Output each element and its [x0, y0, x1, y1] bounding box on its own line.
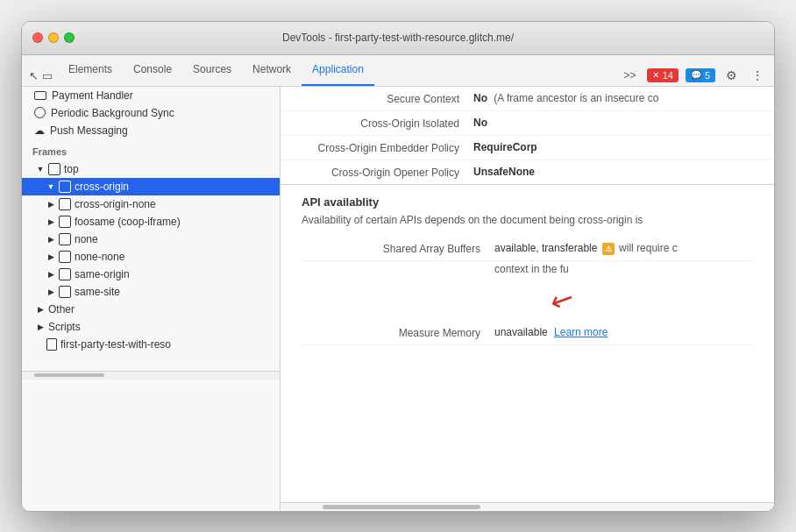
- settings-icon[interactable]: ⚙: [722, 68, 741, 82]
- cross-origin-frame-icon: [59, 181, 71, 193]
- sidebar-item-push-messaging[interactable]: ☁ Push Messaging: [22, 122, 280, 139]
- warn-count-badge[interactable]: 💬 5: [686, 68, 715, 82]
- foosame-arrow: [46, 217, 55, 226]
- measure-memory-value: unavailable Learn more: [494, 326, 753, 338]
- shared-array-row: Shared Array Buffers available, transfer…: [302, 237, 753, 261]
- window-title: DevTools - first-party-test-with-resourc…: [282, 32, 514, 44]
- cross-origin-none-icon: [59, 198, 71, 210]
- tab-sources[interactable]: Sources: [182, 55, 242, 86]
- red-arrow-annotation: ↙: [546, 281, 579, 316]
- secure-context-value: No (A frame ancestor is an insecure co: [473, 92, 774, 104]
- maximize-button[interactable]: [64, 32, 75, 43]
- more-options-icon[interactable]: ⋮: [748, 68, 767, 82]
- content-horizontal-scrollbar[interactable]: [281, 502, 774, 511]
- sidebar-item-none-none[interactable]: none-none: [22, 248, 280, 266]
- none-none-arrow: [46, 252, 55, 261]
- cross-origin-opener-value: UnsafeNone: [473, 166, 774, 178]
- content-scrollbar-area: [281, 502, 774, 511]
- tab-console[interactable]: Console: [123, 55, 182, 86]
- arrow-annotation-area: ↙: [302, 282, 753, 321]
- warning-icon: ⚠: [602, 243, 615, 255]
- same-origin-icon: [59, 268, 71, 280]
- sidebar-item-foosame[interactable]: foosame (coop-iframe): [22, 213, 280, 231]
- titlebar: DevTools - first-party-test-with-resourc…: [22, 22, 774, 55]
- frames-section-header: Frames: [22, 139, 280, 160]
- error-count-badge[interactable]: ✕ 14: [647, 68, 679, 82]
- measure-memory-label: Measure Memory: [302, 326, 494, 339]
- sidebar: Payment Handler Periodic Background Sync…: [22, 87, 281, 511]
- foosame-icon: [59, 216, 71, 228]
- none-arrow: [46, 235, 55, 244]
- traffic-lights: [32, 32, 75, 43]
- same-site-arrow: [46, 287, 55, 296]
- cross-origin-isolated-value: No: [473, 117, 774, 129]
- cursor-icon[interactable]: ↖: [29, 69, 39, 82]
- measure-memory-row: Measure Memory unavailable Learn more: [302, 321, 753, 345]
- tab-network[interactable]: Network: [242, 55, 302, 86]
- top-frame-icon: [48, 163, 60, 175]
- cross-origin-isolated-row: Cross-Origin Isolated No: [281, 111, 774, 136]
- secure-context-row: Secure Context No (A frame ancestor is a…: [281, 87, 774, 111]
- sidebar-item-periodic-bg-sync[interactable]: Periodic Background Sync: [22, 104, 280, 122]
- error-icon: ✕: [652, 70, 659, 80]
- cross-origin-none-arrow: [46, 200, 55, 209]
- sidebar-item-payment-handler[interactable]: Payment Handler: [22, 87, 280, 104]
- cross-origin-isolated-label: Cross-Origin Isolated: [281, 117, 473, 130]
- sidebar-item-cross-origin-none[interactable]: cross-origin-none: [22, 195, 280, 213]
- cross-origin-embedder-label: Cross-Origin Embedder Policy: [281, 141, 473, 154]
- same-site-icon: [59, 286, 71, 298]
- same-origin-arrow: [46, 270, 55, 279]
- shared-array-label: Shared Array Buffers: [302, 242, 494, 255]
- top-expand-arrow: [36, 165, 45, 174]
- sidebar-item-other[interactable]: Other: [22, 301, 280, 318]
- api-section: API availablity Availability of certain …: [281, 185, 774, 356]
- sidebar-item-same-site[interactable]: same-site: [22, 283, 280, 301]
- scripts-arrow: [36, 323, 45, 331]
- api-section-desc: Availability of certain APIs depends on …: [302, 214, 753, 226]
- close-button[interactable]: [32, 32, 43, 43]
- cross-origin-opener-label: Cross-Origin Opener Policy: [281, 166, 473, 179]
- scrollbar-thumb[interactable]: [323, 505, 480, 509]
- cross-origin-embedder-row: Cross-Origin Embedder Policy RequireCorp: [281, 136, 774, 160]
- tabs-bar: ↖ ▭ Elements Console Sources Network App…: [22, 55, 774, 87]
- tab-application[interactable]: Application: [302, 55, 374, 86]
- content-panel: Secure Context No (A frame ancestor is a…: [281, 87, 774, 511]
- main-content: Payment Handler Periodic Background Sync…: [22, 87, 774, 511]
- info-section: Secure Context No (A frame ancestor is a…: [281, 87, 774, 185]
- sidebar-item-top[interactable]: top: [22, 160, 280, 178]
- first-party-file-icon: [46, 338, 57, 351]
- devtools-window: DevTools - first-party-test-with-resourc…: [21, 21, 775, 512]
- shared-array-continuation: context in the fu: [302, 261, 753, 282]
- more-tabs-button[interactable]: >>: [621, 69, 640, 82]
- periodic-bg-sync-icon: [34, 107, 46, 118]
- tab-elements[interactable]: Elements: [58, 55, 123, 86]
- none-none-icon: [59, 251, 71, 263]
- cross-origin-opener-row: Cross-Origin Opener Policy UnsafeNone: [281, 160, 774, 185]
- sidebar-item-same-origin[interactable]: same-origin: [22, 266, 280, 283]
- sidebar-item-first-party[interactable]: first-party-test-with-reso: [22, 336, 280, 353]
- tabs-icons: >> ✕ 14 💬 5 ⚙ ⋮: [621, 68, 767, 86]
- none-icon: [59, 233, 71, 245]
- device-icon[interactable]: ▭: [42, 69, 53, 82]
- sidebar-item-cross-origin[interactable]: cross-origin: [22, 178, 280, 195]
- cross-origin-expand-arrow: [46, 182, 55, 191]
- shared-array-value: available, transferable ⚠ will require c: [494, 242, 753, 255]
- api-section-title: API availablity: [302, 195, 753, 209]
- push-messaging-icon: ☁: [34, 124, 45, 137]
- other-arrow: [36, 305, 45, 314]
- sidebar-item-none[interactable]: none: [22, 231, 280, 248]
- cross-origin-embedder-value: RequireCorp: [473, 141, 774, 153]
- secure-context-label: Secure Context: [281, 92, 473, 105]
- warn-icon: 💬: [691, 70, 701, 80]
- sidebar-item-scripts[interactable]: Scripts: [22, 318, 280, 336]
- payment-handler-icon: [34, 91, 46, 100]
- learn-more-link[interactable]: Learn more: [554, 326, 608, 338]
- sidebar-scrollbar[interactable]: [22, 371, 280, 379]
- minimize-button[interactable]: [48, 32, 59, 43]
